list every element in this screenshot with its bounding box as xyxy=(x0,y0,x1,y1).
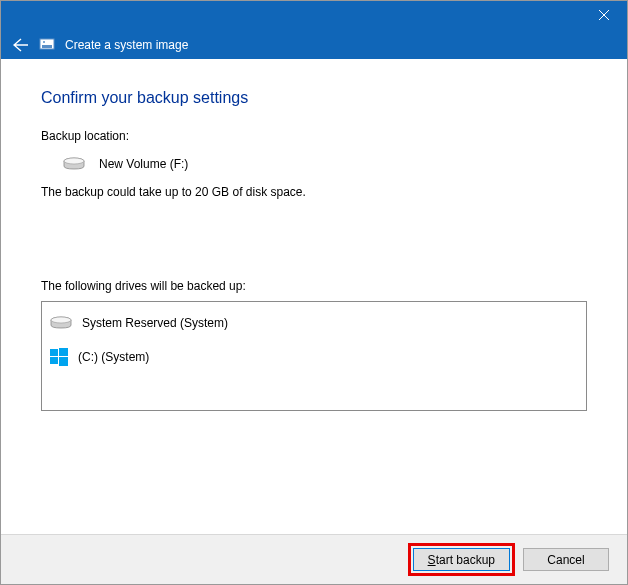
close-button[interactable] xyxy=(581,1,627,29)
back-button[interactable] xyxy=(13,38,29,52)
close-icon xyxy=(599,10,609,20)
svg-rect-3 xyxy=(42,45,52,48)
drives-listbox: System Reserved (System) (C:) (System) xyxy=(41,301,587,411)
cancel-button[interactable]: Cancel xyxy=(523,548,609,571)
hdd-icon xyxy=(63,157,85,171)
hdd-icon xyxy=(50,316,72,330)
content-area: Confirm your backup settings Backup loca… xyxy=(1,59,627,411)
drives-label: The following drives will be backed up: xyxy=(41,279,587,293)
backup-location-value: New Volume (F:) xyxy=(99,157,188,171)
app-icon xyxy=(39,37,55,53)
titlebar: Create a system image xyxy=(1,1,627,59)
svg-point-8 xyxy=(51,317,71,323)
footer-button-bar: Start backup Cancel xyxy=(1,534,627,584)
page-heading: Confirm your backup settings xyxy=(41,89,587,107)
drive-label: System Reserved (System) xyxy=(82,316,228,330)
backup-location-row: New Volume (F:) xyxy=(63,157,587,171)
window-title: Create a system image xyxy=(65,38,188,52)
svg-rect-10 xyxy=(59,348,68,356)
drive-row: System Reserved (System) xyxy=(50,312,578,344)
svg-point-6 xyxy=(64,158,84,164)
back-arrow-icon xyxy=(13,38,29,52)
highlight-frame: Start backup xyxy=(408,543,515,576)
svg-point-4 xyxy=(43,41,45,43)
windows-logo-icon xyxy=(50,348,68,366)
backup-location-label: Backup location: xyxy=(41,129,587,143)
start-backup-button[interactable]: Start backup xyxy=(413,548,510,571)
size-estimate-text: The backup could take up to 20 GB of dis… xyxy=(41,185,587,199)
drive-row: (C:) (System) xyxy=(50,344,578,380)
svg-rect-12 xyxy=(59,357,68,366)
drive-label: (C:) (System) xyxy=(78,350,149,364)
svg-rect-11 xyxy=(50,357,58,364)
svg-rect-9 xyxy=(50,349,58,356)
